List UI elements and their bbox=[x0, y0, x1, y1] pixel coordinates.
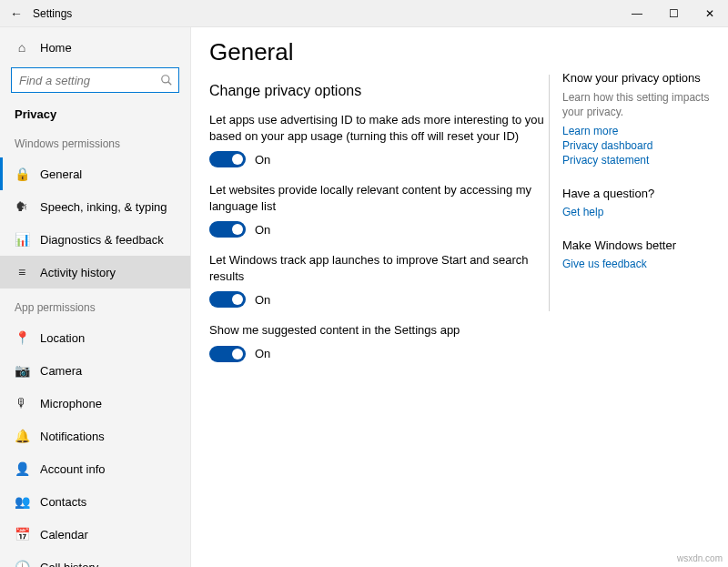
page-title: General bbox=[209, 38, 549, 66]
aside-heading: Make Windows better bbox=[562, 238, 710, 252]
link-privacy-dashboard[interactable]: Privacy dashboard bbox=[562, 139, 710, 152]
minimize-button[interactable]: — bbox=[619, 0, 655, 27]
toggle-language-list[interactable] bbox=[209, 221, 246, 238]
sidebar-item-notifications[interactable]: 🔔 Notifications bbox=[0, 420, 190, 452]
setting-language-list: Let websites provide locally relevant co… bbox=[209, 182, 549, 238]
sidebar-item-label: Calendar bbox=[40, 528, 88, 542]
vertical-separator bbox=[549, 75, 550, 311]
aside-sub: Learn how this setting impacts your priv… bbox=[562, 90, 710, 119]
sidebar-item-general[interactable]: 🔒 General bbox=[0, 157, 190, 190]
sidebar-item-label: Diagnostics & feedback bbox=[40, 233, 164, 247]
setting-suggested-content: Show me suggested content in the Setting… bbox=[209, 322, 549, 362]
maximize-button[interactable]: ☐ bbox=[655, 0, 692, 27]
setting-app-launches: Let Windows track app launches to improv… bbox=[209, 252, 549, 308]
activity-icon: ≡ bbox=[15, 265, 29, 279]
toggle-state: On bbox=[255, 223, 270, 237]
aside-privacy-options: Know your privacy options Learn how this… bbox=[562, 71, 710, 167]
setting-desc: Show me suggested content in the Setting… bbox=[209, 322, 549, 339]
sidebar-item-label: Contacts bbox=[40, 495, 86, 509]
watermark: wsxdn.com bbox=[677, 553, 723, 563]
sidebar-item-label: Camera bbox=[40, 364, 82, 378]
section-windows-permissions: Windows permissions bbox=[0, 125, 190, 157]
aside-heading: Know your privacy options bbox=[562, 71, 710, 85]
sidebar-item-label: Activity history bbox=[40, 266, 116, 279]
sidebar-item-camera[interactable]: 📷 Camera bbox=[0, 354, 190, 387]
main-content: General Change privacy options Let apps … bbox=[191, 27, 728, 567]
home-button[interactable]: ⌂ Home bbox=[0, 33, 190, 62]
contacts-icon: 👥 bbox=[15, 494, 29, 509]
setting-desc: Let Windows track app launches to improv… bbox=[209, 252, 549, 284]
diagnostics-icon: 📊 bbox=[15, 232, 29, 247]
setting-advertising-id: Let apps use advertising ID to make ads … bbox=[209, 112, 549, 167]
notifications-icon: 🔔 bbox=[15, 429, 29, 443]
link-get-help[interactable]: Get help bbox=[562, 206, 710, 218]
camera-icon: 📷 bbox=[15, 363, 29, 378]
page-subtitle: Change privacy options bbox=[209, 83, 549, 99]
toggle-advertising-id[interactable] bbox=[209, 151, 246, 167]
sidebar-item-label: General bbox=[40, 167, 82, 181]
home-label: Home bbox=[40, 41, 72, 55]
toggle-app-launches[interactable] bbox=[209, 291, 246, 308]
sidebar-item-location[interactable]: 📍 Location bbox=[0, 321, 190, 354]
sidebar-item-activity-history[interactable]: ≡ Activity history bbox=[0, 256, 190, 289]
close-button[interactable]: ✕ bbox=[692, 0, 728, 27]
sidebar-item-microphone[interactable]: 🎙 Microphone bbox=[0, 387, 190, 420]
sidebar-item-label: Notifications bbox=[40, 430, 105, 443]
call-history-icon: 🕓 bbox=[15, 560, 29, 567]
aside-feedback: Make Windows better Give us feedback bbox=[562, 238, 710, 270]
sidebar-category: Privacy bbox=[0, 100, 190, 125]
home-icon: ⌂ bbox=[15, 40, 29, 55]
sidebar: ⌂ Home Privacy Windows permissions 🔒 Gen… bbox=[0, 27, 191, 567]
link-give-feedback[interactable]: Give us feedback bbox=[562, 258, 710, 270]
toggle-state: On bbox=[255, 347, 270, 360]
aside-heading: Have a question? bbox=[562, 187, 710, 200]
link-privacy-statement[interactable]: Privacy statement bbox=[562, 154, 710, 167]
sidebar-item-contacts[interactable]: 👥 Contacts bbox=[0, 485, 190, 518]
sidebar-item-label: Call history bbox=[40, 561, 98, 568]
aside-question: Have a question? Get help bbox=[562, 187, 710, 218]
calendar-icon: 📅 bbox=[15, 527, 29, 542]
sidebar-item-label: Speech, inking, & typing bbox=[40, 200, 167, 214]
microphone-icon: 🎙 bbox=[15, 396, 29, 410]
sidebar-item-label: Microphone bbox=[40, 397, 102, 410]
sidebar-item-speech[interactable]: 🗣 Speech, inking, & typing bbox=[0, 190, 190, 223]
setting-desc: Let websites provide locally relevant co… bbox=[209, 182, 549, 214]
sidebar-item-label: Location bbox=[40, 331, 85, 345]
window-title: Settings bbox=[33, 7, 72, 20]
sidebar-item-calendar[interactable]: 📅 Calendar bbox=[0, 518, 190, 551]
sidebar-item-diagnostics[interactable]: 📊 Diagnostics & feedback bbox=[0, 223, 190, 256]
location-icon: 📍 bbox=[15, 330, 29, 345]
toggle-suggested-content[interactable] bbox=[209, 346, 246, 362]
setting-desc: Let apps use advertising ID to make ads … bbox=[209, 112, 549, 144]
account-icon: 👤 bbox=[15, 461, 29, 476]
lock-icon: 🔒 bbox=[15, 167, 29, 181]
sidebar-item-account-info[interactable]: 👤 Account info bbox=[0, 452, 190, 485]
sidebar-item-label: Account info bbox=[40, 462, 106, 476]
speech-icon: 🗣 bbox=[15, 199, 29, 214]
aside: Know your privacy options Learn how this… bbox=[555, 38, 710, 556]
toggle-state: On bbox=[255, 153, 270, 167]
link-learn-more[interactable]: Learn more bbox=[562, 125, 710, 137]
sidebar-item-call-history[interactable]: 🕓 Call history bbox=[0, 551, 190, 567]
section-app-permissions: App permissions bbox=[0, 289, 190, 321]
toggle-state: On bbox=[255, 293, 270, 307]
back-button[interactable]: ← bbox=[0, 6, 33, 21]
titlebar: ← Settings — ☐ ✕ bbox=[0, 0, 728, 27]
search-input[interactable] bbox=[11, 67, 179, 93]
